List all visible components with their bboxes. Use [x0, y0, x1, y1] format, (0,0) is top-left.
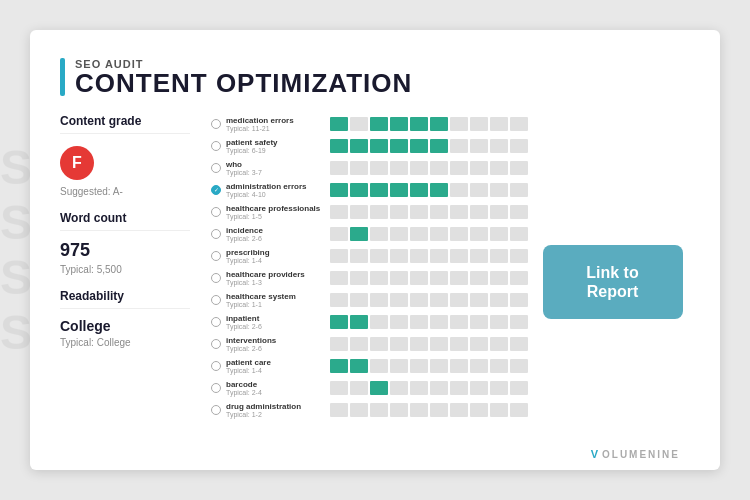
bar-cell [410, 227, 428, 241]
list-item: patient careTypical: 1-4 [210, 356, 515, 376]
bar-cell [450, 183, 468, 197]
bar-cell [330, 227, 348, 241]
keyword-name: healthcare providers [226, 270, 326, 279]
left-panel: Content grade F Suggested: A- Word count… [60, 114, 190, 450]
bar-cell [410, 359, 428, 373]
bar-cell [390, 337, 408, 351]
header-text: SEO Audit Content Optimization [75, 58, 412, 96]
bar-cell [450, 227, 468, 241]
bar-cell [330, 271, 348, 285]
list-item: incidenceTypical: 2-6 [210, 224, 515, 244]
keyword-typical: Typical: 1-1 [226, 301, 326, 308]
keyword-name: patient safety [226, 138, 326, 147]
bar-cell [490, 227, 508, 241]
brand-v-icon: V [591, 448, 600, 460]
main-card: SEO Audit Content Optimization Content g… [30, 30, 720, 470]
keyword-name: healthcare professionals [226, 204, 326, 213]
bar-cell [370, 403, 388, 417]
word-count-section: Word count 975 Typical: 5,500 [60, 211, 190, 275]
bar-cell [410, 315, 428, 329]
list-item: healthcare professionalsTypical: 1-5 [210, 202, 515, 222]
keyword-typical: Typical: 1-4 [226, 257, 326, 264]
bar-cell [350, 139, 368, 153]
link-to-report-button[interactable]: Link to Report [543, 245, 683, 319]
keyword-check-icon [210, 316, 222, 328]
bar-cell [370, 381, 388, 395]
bar-cell [330, 117, 348, 131]
bar-cell [470, 271, 488, 285]
bar-cell [370, 117, 388, 131]
bar-cell [390, 403, 408, 417]
brand-name: OLUMENINE [602, 449, 680, 460]
divider [60, 230, 190, 231]
keyword-name: patient care [226, 358, 326, 367]
keyword-bars [330, 205, 528, 219]
keyword-chart: medication errorsTypical: 11-21patient s… [210, 114, 515, 450]
grade-suggested: Suggested: A- [60, 186, 190, 197]
bar-cell [450, 381, 468, 395]
keyword-name: interventions [226, 336, 326, 345]
bar-cell [450, 403, 468, 417]
bar-cell [430, 315, 448, 329]
bar-cell [430, 293, 448, 307]
bar-cell [490, 359, 508, 373]
keyword-check-icon [210, 184, 222, 196]
bar-cell [370, 359, 388, 373]
readability-label: Readability [60, 289, 190, 303]
bar-cell [370, 293, 388, 307]
list-item: inpatientTypical: 2-6 [210, 312, 515, 332]
bar-cell [490, 139, 508, 153]
bar-cell [470, 381, 488, 395]
bar-cell [450, 249, 468, 263]
bar-cell [410, 337, 428, 351]
keyword-chart-panel: medication errorsTypical: 11-21patient s… [210, 114, 515, 450]
bar-cell [350, 359, 368, 373]
right-panel: Link to Report [535, 114, 690, 450]
bar-cell [390, 249, 408, 263]
bar-cell [450, 161, 468, 175]
bar-cell [330, 249, 348, 263]
keyword-bars [330, 381, 528, 395]
bar-cell [490, 249, 508, 263]
list-item: interventionsTypical: 2-6 [210, 334, 515, 354]
bar-cell [490, 205, 508, 219]
keyword-name: who [226, 160, 326, 169]
bar-cell [510, 271, 528, 285]
bar-cell [390, 161, 408, 175]
keyword-bars [330, 161, 528, 175]
keyword-typical: Typical: 2-6 [226, 345, 326, 352]
bar-cell [490, 381, 508, 395]
bar-cell [510, 337, 528, 351]
bar-cell [330, 359, 348, 373]
keyword-typical: Typical: 11-21 [226, 125, 326, 132]
keyword-name: inpatient [226, 314, 326, 323]
bar-cell [390, 271, 408, 285]
bar-cell [470, 293, 488, 307]
bar-cell [350, 293, 368, 307]
bar-cell [490, 271, 508, 285]
bar-cell [370, 227, 388, 241]
bar-cell [510, 227, 528, 241]
bar-cell [390, 315, 408, 329]
list-item: healthcare systemTypical: 1-1 [210, 290, 515, 310]
keyword-typical: Typical: 3-7 [226, 169, 326, 176]
bar-cell [430, 117, 448, 131]
bar-cell [350, 205, 368, 219]
keyword-name: barcode [226, 380, 326, 389]
keyword-name: drug administration [226, 402, 326, 411]
readability-typical: Typical: College [60, 337, 190, 348]
bar-cell [410, 403, 428, 417]
bar-cell [390, 205, 408, 219]
word-count-typical: Typical: 5,500 [60, 264, 190, 275]
keyword-typical: Typical: 4-10 [226, 191, 326, 198]
keyword-typical: Typical: 6-19 [226, 147, 326, 154]
bar-cell [490, 161, 508, 175]
keyword-check-icon [210, 294, 222, 306]
keyword-check-icon [210, 162, 222, 174]
bar-cell [330, 315, 348, 329]
bar-cell [510, 139, 528, 153]
keyword-typical: Typical: 2-6 [226, 323, 326, 330]
bar-cell [450, 205, 468, 219]
keyword-check-icon [210, 206, 222, 218]
bar-cell [410, 139, 428, 153]
